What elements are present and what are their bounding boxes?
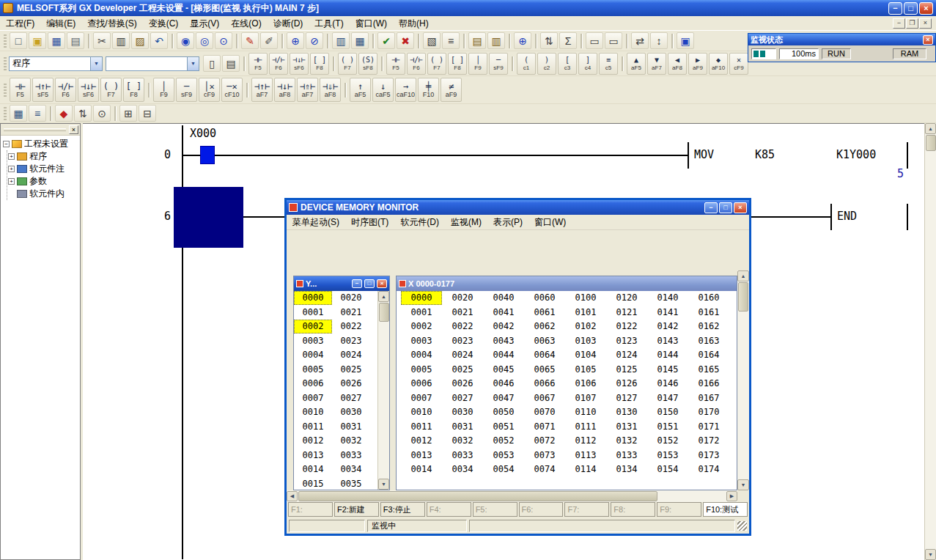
mdi-restore-button[interactable]: ❐: [906, 18, 918, 29]
close-button[interactable]: ×: [377, 279, 387, 288]
scroll-up-icon[interactable]: ▲: [925, 123, 936, 134]
sampling-trace-button[interactable]: Σ: [559, 32, 577, 49]
ladder-symbol-button-aF8[interactable]: ⊣↓⊢aF8: [274, 78, 295, 102]
menubar-item-8[interactable]: 窗口(W): [350, 16, 393, 31]
device-cell[interactable]: 0141: [647, 306, 688, 320]
device-cell[interactable]: 0010: [294, 405, 332, 419]
device-cell[interactable]: 0031: [332, 420, 370, 434]
find-instruction-button[interactable]: ◎: [196, 32, 213, 49]
mdi-horizontal-scrollbar[interactable]: ◀ ▶: [287, 490, 737, 502]
ladder-symbol-button-sF6[interactable]: ⊣↓⊢sF6: [290, 53, 309, 75]
ladder-symbol-button-sF9[interactable]: ─sF9: [176, 78, 197, 102]
function-key-5[interactable]: F5:: [473, 502, 517, 517]
toolbar-grip[interactable]: [4, 84, 7, 97]
device-cell[interactable]: 0100: [565, 291, 606, 305]
scrollbar-track[interactable]: [925, 152, 936, 549]
ladder-symbol-button-aF7[interactable]: ⊣↑⊢aF7: [251, 78, 273, 102]
device-cell[interactable]: 0101: [565, 306, 606, 320]
function-key-7[interactable]: F7:: [564, 502, 609, 517]
device-cell[interactable]: 0133: [606, 449, 647, 463]
function-key-9[interactable]: F9:: [657, 502, 701, 517]
ladder-symbol-button-c5[interactable]: ≡c5: [599, 53, 618, 75]
ladder-symbol-button-F10[interactable]: ╪F10: [418, 78, 439, 102]
ladder-symbol-button-caF5[interactable]: ↓caF5: [372, 78, 394, 102]
menubar-item-2[interactable]: 查找/替换(S): [81, 16, 142, 31]
close-button[interactable]: ×: [919, 2, 933, 15]
find-step-button[interactable]: ⊙: [215, 32, 232, 49]
device-cell[interactable]: 0124: [606, 348, 647, 362]
device-cell[interactable]: 0013: [401, 449, 442, 463]
ladder-symbol-button-F9[interactable]: │F9: [468, 53, 487, 75]
resize-grip[interactable]: [737, 521, 747, 531]
scrollbar-thumb[interactable]: [298, 491, 657, 501]
device-cell[interactable]: 0103: [565, 334, 606, 348]
maximize-button[interactable]: □: [364, 279, 375, 288]
device-cell[interactable]: 0026: [442, 377, 483, 391]
device-test-button[interactable]: ⇅: [540, 32, 558, 49]
scroll-down-icon[interactable]: ▼: [378, 479, 389, 490]
scrollbar-track[interactable]: [737, 312, 749, 479]
device-cell[interactable]: 0111: [565, 420, 606, 434]
device-cell[interactable]: 0002: [294, 320, 332, 334]
device-cell[interactable]: 0064: [524, 348, 565, 362]
device-cell[interactable]: 0050: [483, 405, 524, 419]
device-cell[interactable]: 0006: [401, 377, 442, 391]
device-cell[interactable]: 0130: [606, 405, 647, 419]
verify-button[interactable]: ↕: [650, 32, 668, 49]
tree-root-node[interactable]: −工程未设置: [3, 138, 80, 150]
start-monitor-button[interactable]: ⊕: [287, 32, 304, 49]
device-cell[interactable]: 0007: [401, 391, 442, 405]
function-key-2[interactable]: F2:新建: [334, 502, 379, 517]
ladder-symbol-button-F5[interactable]: ⊣⊢F5: [10, 78, 31, 102]
device-cell[interactable]: 0035: [332, 477, 370, 490]
device-cell[interactable]: 0014: [401, 463, 442, 476]
device-cell[interactable]: 0034: [332, 463, 370, 476]
ladder-symbol-button-aF8[interactable]: ⊣⇓⊢aF8: [320, 78, 341, 102]
function-key-3[interactable]: F3:停止: [380, 502, 425, 517]
cut-button[interactable]: ✂: [93, 32, 111, 49]
device-cell[interactable]: 0165: [688, 363, 729, 377]
function-key-4[interactable]: F4:: [427, 502, 471, 517]
transfer-setup-button[interactable]: ⇄: [631, 32, 649, 49]
device-cell[interactable]: 0110: [565, 405, 606, 419]
ladder-view-button[interactable]: ▦: [10, 105, 27, 122]
ladder-symbol-button-F7[interactable]: ( )F7: [100, 78, 122, 102]
device-cell[interactable]: 0162: [688, 320, 729, 334]
device-cell[interactable]: 0070: [524, 405, 565, 419]
device-cell[interactable]: 0144: [647, 348, 688, 362]
device-cell[interactable]: 0022: [332, 320, 370, 334]
chevron-down-icon[interactable]: ▼: [90, 57, 102, 70]
refresh-view-button[interactable]: ⊙: [93, 105, 111, 122]
device-cell[interactable]: 0104: [565, 348, 606, 362]
ladder-symbol-button-c1[interactable]: (c1: [517, 53, 536, 75]
scrollbar-track[interactable]: [378, 323, 389, 479]
device-cell[interactable]: 0006: [294, 377, 332, 391]
menubar-item-9[interactable]: 帮助(H): [393, 16, 435, 31]
device-cell[interactable]: 0102: [565, 320, 606, 334]
device-cell[interactable]: 0025: [332, 363, 370, 377]
scroll-down-icon[interactable]: ▼: [925, 549, 936, 560]
device-cell[interactable]: 0024: [442, 348, 483, 362]
minimize-button[interactable]: −: [888, 2, 902, 15]
open-project-button[interactable]: ▣: [29, 32, 46, 49]
device-cell[interactable]: 0040: [483, 291, 524, 305]
device-cell[interactable]: 0061: [524, 306, 565, 320]
menubar-item-3[interactable]: 变换(C): [143, 16, 185, 31]
device-cell[interactable]: 0023: [332, 334, 370, 348]
ladder-symbol-button-sF9[interactable]: ─sF9: [489, 53, 508, 75]
write-to-plc-button[interactable]: ✎: [241, 32, 259, 49]
scrollbar-thumb[interactable]: [379, 303, 389, 322]
device-cell[interactable]: 0032: [332, 434, 370, 448]
device-menu-item-0[interactable]: 菜单起动(S): [287, 215, 345, 229]
device-cell[interactable]: 0065: [524, 363, 565, 377]
sort-ascending-button[interactable]: ⇅: [74, 105, 92, 122]
minimize-button[interactable]: −: [352, 279, 362, 288]
stop-monitor-button[interactable]: ⊘: [306, 32, 323, 49]
device-cell[interactable]: 0012: [294, 434, 332, 448]
device-cell[interactable]: 0105: [565, 363, 606, 377]
device-cell[interactable]: 0052: [483, 434, 524, 448]
find-device-button[interactable]: ◉: [177, 32, 194, 49]
device-cell[interactable]: 0063: [524, 334, 565, 348]
error-jump-button[interactable]: ◆: [55, 105, 73, 122]
device-cell[interactable]: 0051: [483, 420, 524, 434]
